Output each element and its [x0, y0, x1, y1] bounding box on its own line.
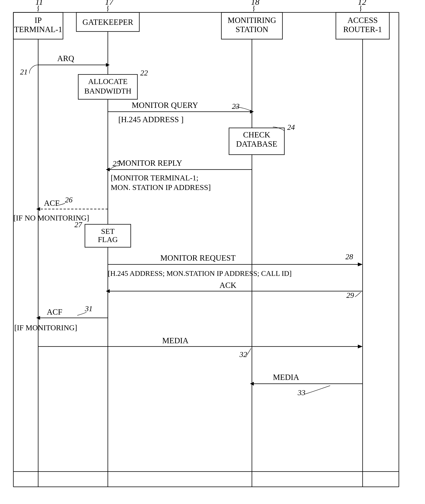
ref-23: 23 [232, 102, 239, 111]
media1-label: MEDIA [162, 336, 189, 345]
allocate-bw-label1: ALLOCATE [88, 77, 128, 86]
media2-label: MEDIA [273, 373, 299, 382]
ip-terminal-label: IP [34, 16, 42, 25]
ref-33: 33 [298, 388, 305, 397]
gatekeeper-label: GATEKEEPER [82, 18, 133, 27]
allocate-bw-label2: BANDWIDTH [84, 87, 132, 95]
monitoring-station-label2: STATION [235, 25, 268, 34]
ref-26: 26 [65, 195, 73, 204]
monitor-reply-content1: [MONITOR TERMINAL-1; [111, 174, 199, 182]
ref-32: 32 [239, 350, 247, 359]
check-db-label2: DATABASE [236, 140, 277, 148]
monitor-query-label: MONITOR QUERY [132, 101, 198, 110]
arq-label: ARQ [57, 54, 74, 63]
ref-11: 11 [35, 0, 43, 7]
ip-terminal-label2: TERMINAL-1 [14, 25, 62, 34]
set-flag-label1: SET [101, 227, 114, 235]
monitor-request-label: MONITOR REQUEST [160, 254, 236, 262]
h245-mon-station-label: [H.245 ADDRESS; MON.STATION IP ADDRESS; … [108, 269, 292, 277]
set-flag-label2: FLAG [98, 235, 118, 244]
ref-12: 12 [358, 0, 366, 7]
acf-no-monitor-label: ACF [44, 199, 60, 208]
monitor-reply-label: MONITOR REPLY [118, 159, 182, 168]
access-router-label1: ACCESS [347, 16, 378, 25]
monitoring-station-label1: MONITIRING [228, 16, 276, 25]
ref-17: 17 [105, 0, 114, 7]
ref-21: 21 [20, 67, 28, 76]
ref-28: 28 [345, 252, 353, 261]
ref-18: 18 [251, 0, 259, 7]
svg-rect-0 [0, 0, 425, 504]
h245-address-label: [H.245 ADDRESS ] [118, 115, 184, 124]
access-router-label2: ROUTER-1 [343, 25, 382, 34]
ref-24: 24 [287, 123, 295, 132]
ref-31: 31 [85, 304, 93, 313]
ref-29: 29 [346, 291, 354, 300]
monitor-reply-content2: MON. STATION IP ADDRESS] [111, 183, 211, 192]
acf-monitoring-label: ACF [47, 308, 62, 316]
if-monitoring-label: [IF MONITORING] [14, 323, 77, 332]
ref-22: 22 [140, 68, 148, 77]
check-db-label1: CHECK [243, 130, 270, 139]
ack-label: ACK [219, 281, 236, 290]
ref-27: 27 [74, 220, 82, 229]
ref-25: 25 [113, 159, 120, 168]
sequence-diagram: 11 17 18 12 IP TERMINAL-1 GATEKEEPER MON… [0, 0, 425, 504]
